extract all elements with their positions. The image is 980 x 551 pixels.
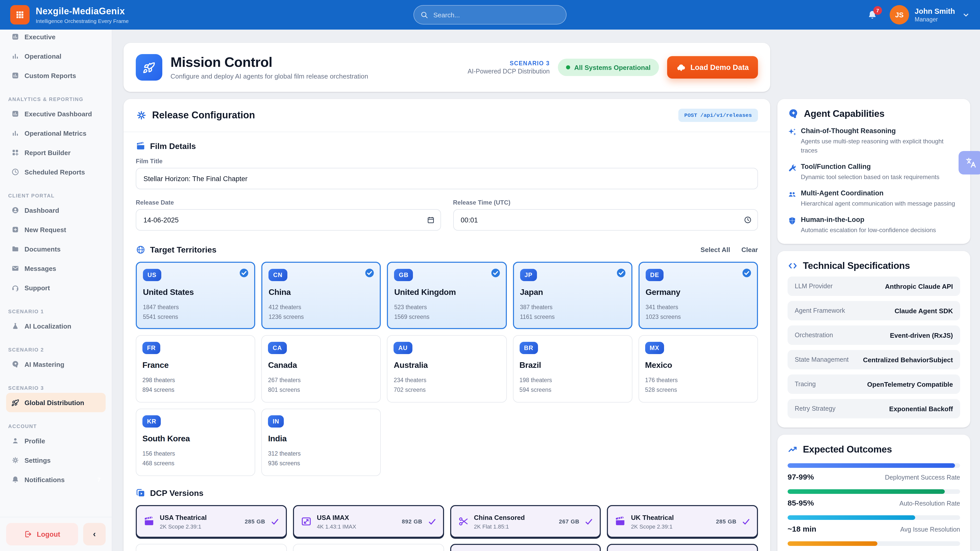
territory-name: South Korea [142,434,248,443]
status-dot [566,65,570,69]
user-menu-chevron-icon[interactable] [962,11,970,19]
sidebar-section-scenario-2: SCENARIO 2 [8,347,103,353]
translate-overlay-button[interactable] [959,151,980,175]
country-code-chip: DE [646,269,664,281]
clapperboard-icon [615,516,626,527]
dcp-card-usa-imax[interactable]: USA IMAX4K 1.43:1 IMAX 892 GB [293,505,444,538]
bell-icon [11,475,19,484]
capability-item: Chain-of-Thought ReasoningAgents use mul… [788,127,960,155]
select-all-button[interactable]: Select All [700,246,730,254]
release-config-title: Release Configuration [152,110,255,121]
territory-theaters: 156 theaters [142,449,248,459]
translate-icon [965,157,977,169]
app-title: Nexgile-MediaGenix [36,6,129,17]
territory-card-gb[interactable]: GB United Kingdom 523 theaters1569 scree… [387,262,507,329]
globe-icon [136,245,145,254]
sidebar-item-notifications[interactable]: Notifications7 [6,470,106,489]
dcp-card-partial[interactable] [136,544,287,551]
sidebar-item-settings[interactable]: Settings [6,451,106,470]
release-date-input[interactable] [136,209,441,230]
chart-box-icon [11,71,19,79]
sidebar-item-operational-metrics[interactable]: Operational Metrics [6,124,106,143]
release-time-input[interactable] [453,209,758,230]
territory-card-cn[interactable]: CN China 412 theaters1236 screens [261,262,381,329]
territory-theaters: 234 theaters [394,375,500,385]
progress-bar [788,489,945,494]
bar-chart-icon [11,129,19,137]
sparkles-icon [788,127,801,155]
dcp-size: 267 GB [559,518,579,524]
sidebar-item-scheduled-reports[interactable]: Scheduled Reports [6,162,106,182]
dcp-card-partial[interactable] [450,544,601,551]
territory-screens: 1236 screens [269,312,374,322]
scenario-label: SCENARIO 3 [468,60,550,66]
load-demo-data-button[interactable]: Load Demo Data [667,56,758,79]
technical-specifications-card: Technical Specifications LLM ProviderAnt… [777,251,970,427]
territory-screens: 1569 screens [394,312,500,322]
sidebar-item-executive[interactable]: Executive [6,30,106,46]
dcp-card-partial[interactable] [293,544,444,551]
sidebar-item-new-request[interactable]: New Request [6,220,106,239]
rocket-icon [11,399,19,407]
scenario-subtitle: AI-Powered DCP Distribution [468,68,550,75]
sidebar-item-report-builder[interactable]: Report Builder [6,143,106,162]
grid-logo-icon [15,10,25,20]
sidebar-collapse-button[interactable]: ‹ [83,523,106,545]
sidebar-item-dashboard[interactable]: Dashboard [6,200,106,220]
dcp-card-uk-theatrical[interactable]: UK Theatrical2K Scope 2.39:1 285 GB [607,505,758,538]
sidebar-section-analytics: ANALYTICS & REPORTING [8,97,103,102]
territory-theaters: 267 theaters [268,375,374,385]
user-name: John Smith [915,7,955,15]
territory-card-jp[interactable]: JP Japan 387 theaters1161 screens [513,262,632,329]
territory-card-ca[interactable]: CA Canada 267 theaters801 screens [261,335,381,403]
dcp-card-partial[interactable] [607,544,758,551]
check-icon [741,517,750,526]
sidebar-item-operational[interactable]: Operational [6,46,106,66]
spec-row: OrchestrationEvent-driven (RxJS) [788,326,960,345]
sidebar-item-global-distribution[interactable]: Global Distribution [6,393,106,412]
logout-button[interactable]: Logout [6,523,78,545]
dcp-card-china-censored[interactable]: China Censored2K Flat 1.85:1 267 GB [450,505,601,538]
territory-card-mx[interactable]: MX Mexico 176 theaters528 screens [638,335,758,403]
sidebar-item-profile[interactable]: Profile [6,431,106,451]
sidebar-item-custom-reports[interactable]: Custom Reports [6,66,106,85]
sidebar-item-ai-mastering[interactable]: AI Mastering [6,354,106,374]
folder-icon [11,245,19,253]
territory-name: Australia [394,361,500,370]
mission-control-header: Mission Control Configure and deploy AI … [124,43,770,92]
country-code-chip: KR [142,415,161,427]
sidebar-item-support[interactable]: Support [6,278,106,297]
sidebar-item-ai-localization[interactable]: AI Localization [6,316,106,336]
head-gear-icon [788,108,799,119]
search-input[interactable] [414,5,566,24]
territory-card-fr[interactable]: FR France 298 theaters894 screens [136,335,255,403]
check-icon [270,517,279,526]
clock-icon [11,168,19,176]
film-title-input[interactable] [136,168,758,189]
plus-square-icon [11,225,19,233]
notifications-button[interactable]: 7 [867,10,877,20]
agent-capabilities-card: Agent Capabilities Chain-of-Thought Reas… [777,99,970,244]
global-search[interactable] [414,5,566,24]
territory-name: India [268,434,374,443]
user-role: Manager [915,16,955,22]
territory-card-us[interactable]: US United States 1847 theaters5541 scree… [136,262,255,329]
sidebar-item-documents[interactable]: Documents [6,239,106,259]
top-header: Nexgile-MediaGenix Intelligence Orchestr… [0,0,980,30]
chart-box-icon [11,33,19,41]
territory-card-au[interactable]: AU Australia 234 theaters702 screens [387,335,507,403]
territory-theaters: 298 theaters [142,375,248,385]
territory-card-de[interactable]: DE Germany 341 theaters1023 screens [638,262,758,329]
check-circle-icon [616,268,626,278]
sidebar-item-executive-dashboard[interactable]: Executive Dashboard [6,104,106,124]
bar-chart-icon [11,52,19,60]
sidebar-item-messages[interactable]: Messages [6,259,106,278]
clear-button[interactable]: Clear [741,246,758,254]
avatar[interactable]: JS [890,5,909,24]
app-logo[interactable] [10,5,30,24]
territory-card-in[interactable]: IN India 312 theaters936 screens [261,409,381,476]
head-gear-icon [11,360,19,368]
territory-card-kr[interactable]: KR South Korea 156 theaters468 screens [136,409,255,476]
territory-card-br[interactable]: BR Brazil 198 theaters594 screens [513,335,632,403]
dcp-card-usa-theatrical[interactable]: USA Theatrical2K Scope 2.39:1 285 GB [136,505,287,538]
